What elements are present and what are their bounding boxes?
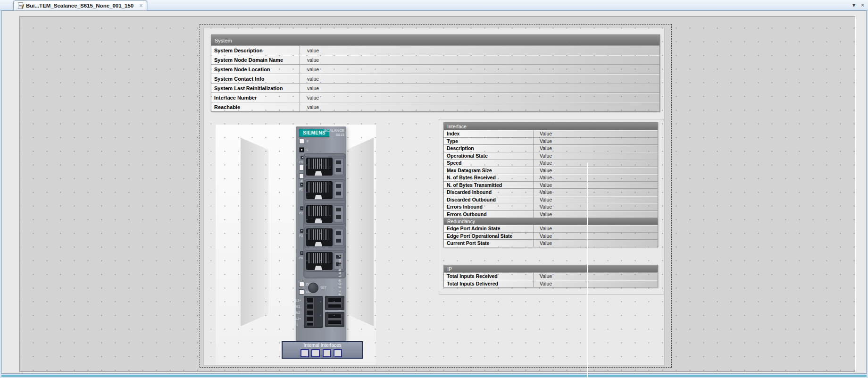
- terminal-label-l2: L2+: [296, 317, 301, 321]
- window-controls: ▾ ×: [852, 2, 864, 8]
- row-value: Value: [534, 189, 552, 196]
- row-value: Value: [534, 240, 552, 247]
- do-terminal-block: [325, 312, 344, 327]
- row-label: System Description: [211, 46, 300, 55]
- row-value: Value: [534, 160, 552, 167]
- internal-interface-port: [323, 349, 331, 357]
- set-button-label: SET: [320, 286, 326, 290]
- table-row: Max Datagram SizeValue: [444, 167, 658, 174]
- internal-interfaces-label: Internal Interfaces: [283, 343, 362, 348]
- terminal-pins: [307, 298, 314, 326]
- table-row: Reachablevalue: [211, 102, 659, 111]
- rj45-opening: [306, 252, 333, 270]
- row-value: Value: [534, 182, 552, 189]
- table-row: System Last Reinitializationvalue: [211, 83, 659, 92]
- table-row: N. of Bytes TransmittedValue: [444, 181, 658, 189]
- row-label: Edge Port Operational State: [444, 233, 534, 240]
- port-usage-note: P1 TO P4 FOR LAN ONLY: [338, 193, 342, 311]
- table-row: Current Port StateValue: [444, 239, 658, 247]
- table-row: Operational StateValue: [444, 152, 658, 160]
- interface-tables-group[interactable]: InterfaceIndexValueTypeValueDescriptionV…: [439, 119, 664, 294]
- row-label: Interface Number: [211, 93, 300, 102]
- rj45-port: [304, 156, 345, 177]
- led-fs-label: FS: [299, 160, 303, 164]
- rj45-clip: [334, 158, 343, 175]
- table-row: Discarded OutboundValue: [444, 196, 658, 203]
- row-label: Operational State: [444, 152, 534, 160]
- menu-dropdown-icon[interactable]: ▾: [852, 2, 855, 8]
- row-value: Value: [534, 130, 552, 137]
- led-p1-label: P1: [299, 188, 303, 192]
- row-label: Errors Inbound: [444, 203, 534, 210]
- table-row: Edge Port Operational StateValue: [444, 232, 658, 240]
- design-canvas[interactable]: SystemSystem DescriptionvalueSystem Node…: [19, 16, 855, 372]
- table-row: Errors OutboundValue: [444, 210, 658, 218]
- row-value: value: [300, 74, 319, 83]
- device-model-label: SCALANCE S615: [316, 128, 344, 137]
- row-value: Value: [534, 145, 552, 152]
- rj45-opening: [306, 228, 333, 246]
- tab-scalance-faceplate[interactable]: Bui...TEM_Scalance_S615_None_001_150 ×: [13, 0, 147, 10]
- row-label: Type: [444, 138, 534, 145]
- row-label: System Last Reinitialization: [211, 84, 300, 92]
- ip-table[interactable]: IPTotal Inputs ReceivedValueTotal Inputs…: [443, 265, 658, 287]
- terminal-label-m2: M2: [296, 311, 300, 315]
- photo-right-shadow: [347, 132, 374, 332]
- power-terminal-block: [304, 296, 323, 328]
- set-button: [308, 283, 318, 293]
- row-value: Value: [534, 174, 552, 181]
- row-label: System Node Location: [211, 65, 300, 74]
- row-label: Errors Outbound: [444, 211, 534, 218]
- table-row: Errors InboundValue: [444, 203, 658, 210]
- row-label: Index: [444, 130, 534, 137]
- led-l-label: L: [307, 148, 309, 152]
- interface-table[interactable]: InterfaceIndexValueTypeValueDescriptionV…: [443, 122, 658, 247]
- led-p2-label: P2: [299, 211, 303, 215]
- rj45-opening: [306, 158, 333, 176]
- row-label: Total Inputs Delivered: [444, 280, 534, 287]
- rj45-opening: [306, 205, 333, 223]
- row-value: value: [300, 55, 319, 64]
- terminal-label-ground: ⏚: [296, 323, 299, 327]
- tab-close-icon[interactable]: ×: [139, 2, 142, 9]
- table-section-header: Redundancy: [444, 218, 658, 225]
- table-row: N. of Bytes ReceivedValue: [444, 174, 658, 181]
- table-row: Discarded InboundValue: [444, 188, 658, 196]
- row-label: Reachable: [211, 102, 300, 111]
- row-value: Value: [534, 152, 552, 160]
- table-row: TypeValue: [444, 137, 658, 145]
- row-value: Value: [534, 233, 552, 240]
- led-f-label: F: [307, 140, 309, 143]
- led-do: [299, 289, 304, 294]
- table-row: Total Inputs ReceivedValue: [444, 272, 658, 280]
- row-label: Description: [444, 145, 534, 152]
- row-label: System Contact Info: [211, 74, 300, 83]
- close-window-icon[interactable]: ×: [861, 2, 864, 8]
- row-label: Speed: [444, 160, 534, 167]
- table-row: System Descriptionvalue: [211, 45, 659, 55]
- row-value: Value: [534, 138, 552, 145]
- terminal-label-l1: L1+: [296, 299, 301, 302]
- row-label: N. of Bytes Transmitted: [444, 182, 534, 189]
- row-value: Value: [534, 211, 552, 218]
- table-section-header: IP: [444, 265, 658, 272]
- led-di: [299, 282, 304, 287]
- scalance-s615-device: SIEMENS SCALANCE S615 F L FS A P1 P2 P3 …: [296, 126, 346, 341]
- system-table[interactable]: SystemSystem DescriptionvalueSystem Node…: [211, 34, 660, 112]
- table-row: DescriptionValue: [444, 144, 658, 152]
- internal-interface-port: [311, 349, 320, 357]
- rj45-opening: [306, 181, 333, 199]
- photo-left-shadow: [241, 132, 268, 332]
- editor-frame: SystemSystem DescriptionvalueSystem Node…: [1, 10, 867, 374]
- row-label: Max Datagram Size: [444, 167, 534, 174]
- row-value: value: [300, 93, 319, 102]
- device-photo[interactable]: SIEMENS SCALANCE S615 F L FS A P1 P2 P3 …: [216, 125, 376, 365]
- internal-interfaces-bar[interactable]: Internal Interfaces: [282, 341, 363, 359]
- row-value: Value: [534, 225, 552, 232]
- row-label: Discarded Outbound: [444, 196, 534, 203]
- table-section-header: System: [211, 35, 659, 45]
- document-icon: [18, 2, 23, 9]
- row-label: Edge Port Admin State: [444, 225, 534, 232]
- table-row: SpeedValue: [444, 159, 658, 167]
- bottom-accent-bar: [1, 375, 867, 377]
